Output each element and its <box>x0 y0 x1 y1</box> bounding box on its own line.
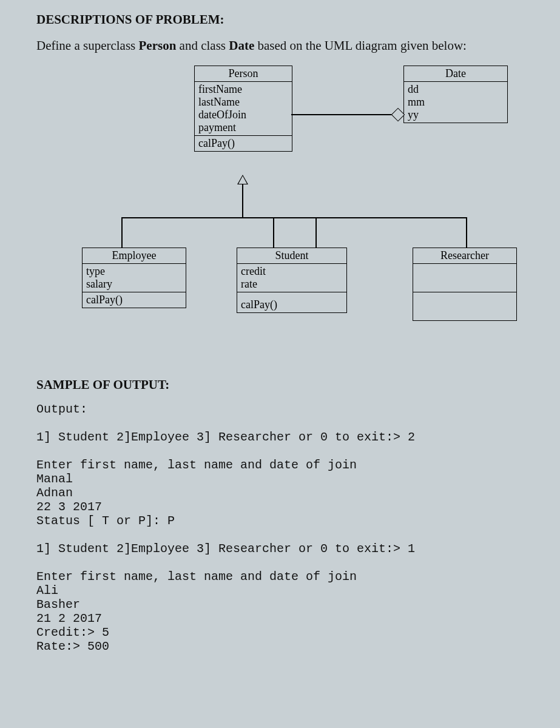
instruction-prefix: Define a superclass <box>36 38 139 53</box>
descriptions-heading: DESCRIPTIONS OF PROBLEM: <box>36 12 524 27</box>
uml-attr: salary <box>86 278 182 291</box>
uml-title: Researcher <box>413 248 516 264</box>
uml-title: Person <box>195 66 292 82</box>
uml-op: calPay() <box>241 298 343 311</box>
uml-ops <box>413 292 516 320</box>
uml-attr: payment <box>198 121 288 134</box>
uml-association-line <box>291 114 394 115</box>
uml-ops: calPay() <box>195 136 292 151</box>
uml-line <box>121 217 467 218</box>
instruction-suffix: based on the UML diagram given below: <box>254 38 467 53</box>
uml-class-employee: Employee type salary calPay() <box>82 248 186 308</box>
problem-instruction: Define a superclass Person and class Dat… <box>36 38 524 53</box>
uml-ops: calPay() <box>237 292 346 312</box>
uml-attr: rate <box>241 278 343 291</box>
uml-line <box>121 217 123 248</box>
document-page: DESCRIPTIONS OF PROBLEM: Define a superc… <box>0 0 560 678</box>
class-name-date: Date <box>229 38 254 53</box>
uml-op: calPay() <box>198 137 288 150</box>
uml-class-person: Person firstName lastName dateOfJoin pay… <box>194 66 292 152</box>
uml-attr: mm <box>408 96 504 109</box>
uml-class-researcher: Researcher <box>413 248 517 321</box>
uml-attr: firstName <box>198 83 288 96</box>
uml-line <box>315 217 317 248</box>
uml-attr: lastName <box>198 96 288 109</box>
sample-output-text: Output: 1] Student 2]Employee 3] Researc… <box>36 402 524 653</box>
uml-class-student: Student credit rate calPay() <box>237 248 347 313</box>
uml-aggregation-diamond-icon <box>391 108 405 122</box>
uml-attrs <box>413 264 516 292</box>
uml-attrs: type salary <box>83 264 186 292</box>
uml-attr: type <box>86 265 182 278</box>
class-name-person: Person <box>139 38 177 53</box>
uml-title: Student <box>237 248 346 264</box>
uml-inheritance-arrow-icon <box>237 175 248 184</box>
uml-ops: calPay() <box>83 292 186 308</box>
uml-attrs: firstName lastName dateOfJoin payment <box>195 82 292 136</box>
uml-attr: dateOfJoin <box>198 109 288 121</box>
sample-output-heading: SAMPLE OF OUTPUT: <box>36 377 524 393</box>
uml-attr: credit <box>241 265 343 278</box>
uml-title: Employee <box>83 248 186 264</box>
instruction-mid: and class <box>176 38 229 53</box>
uml-diagram: Person firstName lastName dateOfJoin pay… <box>36 66 522 363</box>
uml-line <box>242 184 243 217</box>
uml-attrs: credit rate <box>237 264 346 292</box>
uml-attr: yy <box>408 109 504 121</box>
uml-line <box>466 217 467 248</box>
uml-class-date: Date dd mm yy <box>403 66 508 123</box>
uml-title: Date <box>404 66 507 82</box>
uml-op: calPay() <box>86 294 182 306</box>
uml-attr: dd <box>408 83 504 96</box>
uml-line <box>273 217 274 248</box>
uml-attrs: dd mm yy <box>404 82 507 123</box>
